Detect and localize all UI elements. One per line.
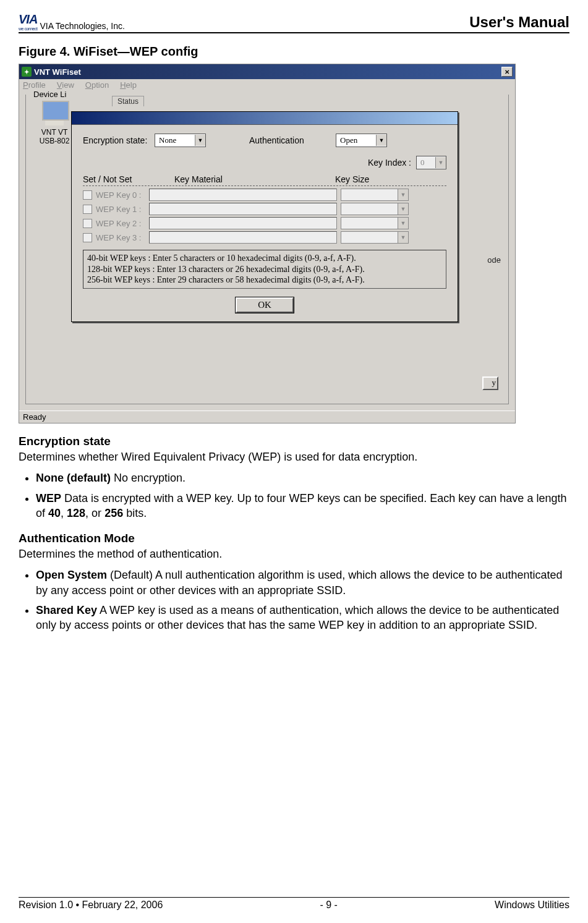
term-wep: WEP [36, 492, 61, 504]
sep2: , or [85, 507, 104, 519]
text-wep-tail: bits. [123, 507, 147, 519]
chevron-down-icon: ▼ [376, 135, 386, 146]
chevron-down-icon: ▼ [435, 157, 446, 168]
wep-key-3-checkbox [83, 233, 92, 242]
page-header: VIA we connect VIA Technologies, Inc. Us… [19, 12, 569, 33]
encryption-state-heading: Encryption state [19, 435, 569, 448]
figure-title: Figure 4. WiFiset—WEP config [19, 45, 569, 59]
wep-key-1-size-select: ▼ [341, 203, 409, 215]
logo-tagline: we connect [19, 27, 37, 31]
wep-key-0-input [149, 189, 337, 201]
page-footer: Revision 1.0 • February 22, 2006 - 9 - W… [19, 897, 569, 911]
wep-key-0-label: WEP Key 0 : [96, 190, 149, 200]
bits-256: 256 [104, 507, 123, 519]
wep-key-row-2: WEP Key 2 : ▼ [83, 217, 446, 229]
chevron-down-icon: ▼ [398, 203, 408, 215]
key-index-label: Key Index : [368, 158, 411, 168]
footer-center: - 9 - [320, 900, 337, 911]
chevron-down-icon: ▼ [398, 189, 408, 200]
monitor-icon [40, 101, 69, 125]
window-title: VNT WiFiset [34, 67, 81, 77]
encryption-state-list: None (default) No encryption. WEP Data i… [19, 470, 569, 521]
list-item: Open System (Default) A null authenticat… [36, 568, 569, 598]
wep-key-1-checkbox [83, 205, 92, 214]
manual-title: User's Manual [469, 14, 569, 31]
menu-view[interactable]: View [57, 80, 74, 90]
text-shared: A WEP key is used as a means of authenti… [36, 604, 559, 631]
open-paren: (Default) [107, 569, 155, 581]
background-text-fragment: ode [487, 255, 501, 265]
key-index-select: 0 ▼ [416, 156, 446, 169]
wep-key-2-label: WEP Key 2 : [96, 219, 149, 228]
company-name: VIA Technologies, Inc. [40, 21, 125, 31]
bits-40: 40 [48, 507, 61, 519]
encryption-state-select[interactable]: None ▼ [155, 134, 206, 147]
wep-key-row-1: WEP Key 1 : ▼ [83, 203, 446, 215]
wep-key-row-3: WEP Key 3 : ▼ [83, 231, 446, 244]
window-titlebar: ✦ VNT WiFiset ✕ [19, 64, 515, 79]
authentication-label: Authentication [249, 135, 330, 145]
wep-key-3-label: WEP Key 3 : [96, 233, 149, 242]
status-bar: Ready [19, 410, 515, 423]
menu-profile[interactable]: Profile [23, 80, 46, 90]
text-none: No encryption. [111, 472, 185, 484]
dialog-titlebar [72, 112, 458, 125]
chevron-down-icon: ▼ [398, 232, 408, 243]
list-item: None (default) No encryption. [36, 470, 569, 485]
hint-line-3: 256-bit WEP keys : Enter 29 characters o… [87, 274, 442, 286]
list-item: Shared Key A WEP key is used as a means … [36, 603, 569, 633]
footer-right: Windows Utilities [495, 900, 569, 911]
device-line2: USB-802 [32, 137, 77, 145]
bits-128: 128 [67, 507, 85, 519]
wep-key-1-input [149, 203, 337, 215]
chevron-down-icon: ▼ [398, 218, 408, 229]
sep1: , [61, 507, 67, 519]
via-logo: VIA [19, 12, 37, 27]
header-size: Key Size [335, 174, 369, 184]
authentication-select[interactable]: Open ▼ [336, 134, 387, 147]
wep-key-1-label: WEP Key 1 : [96, 205, 149, 214]
footer-left: Revision 1.0 • February 22, 2006 [19, 900, 163, 911]
authentication-value: Open [336, 135, 376, 145]
menubar: Profile View Option Help [19, 79, 515, 91]
hint-line-2: 128-bit WEP keys : Enter 13 characters o… [87, 264, 442, 275]
wep-key-0-checkbox [83, 190, 92, 200]
device-item[interactable]: VNT VT USB-802 [32, 101, 77, 146]
encryption-state-value: None [155, 135, 195, 145]
wep-key-2-size-select: ▼ [341, 217, 409, 229]
hint-line-1: 40-bit WEP keys : Enter 5 characters or … [87, 253, 442, 264]
wep-key-2-input [149, 217, 337, 229]
term-none: None (default) [36, 472, 111, 484]
wep-key-0-size-select: ▼ [341, 189, 409, 201]
dashed-divider [83, 185, 446, 186]
hint-box: 40-bit WEP keys : Enter 5 characters or … [83, 250, 446, 289]
list-item: WEP Data is encrypted with a WEP key. Up… [36, 491, 569, 521]
auth-mode-heading: Authentication Mode [19, 532, 569, 545]
group-label: Device Li [31, 90, 69, 99]
wep-key-3-size-select: ▼ [341, 231, 409, 244]
encryption-state-desc: Determines whether Wired Equivalent Priv… [19, 449, 569, 464]
wep-key-2-checkbox [83, 219, 92, 228]
wep-config-dialog: Encryption state: None ▼ Authentication … [71, 111, 458, 322]
wep-key-row-0: WEP Key 0 : ▼ [83, 189, 446, 201]
auth-mode-desc: Determines the method of authentication. [19, 547, 569, 561]
device-line1: VNT VT [32, 128, 77, 137]
close-icon[interactable]: ✕ [501, 67, 513, 77]
auth-mode-list: Open System (Default) A null authenticat… [19, 568, 569, 632]
encryption-state-label: Encryption state: [83, 135, 155, 145]
column-headers: Set / Not Set Key Material Key Size [83, 174, 446, 184]
background-button-fragment: y [482, 376, 498, 390]
header-set: Set / Not Set [83, 174, 174, 184]
screenshot-window: ✦ VNT WiFiset ✕ Profile View Option Help… [19, 64, 516, 423]
menu-option[interactable]: Option [85, 80, 109, 90]
menu-help[interactable]: Help [120, 80, 137, 90]
chevron-down-icon: ▼ [195, 135, 205, 146]
key-index-value: 0 [417, 158, 435, 168]
term-open: Open System [36, 569, 107, 581]
header-material: Key Material [174, 174, 335, 184]
app-icon: ✦ [22, 67, 32, 77]
logo-block: VIA we connect VIA Technologies, Inc. [19, 12, 125, 31]
term-shared: Shared Key [36, 604, 97, 616]
ok-button[interactable]: OK [236, 297, 294, 313]
wep-key-3-input [149, 231, 337, 244]
